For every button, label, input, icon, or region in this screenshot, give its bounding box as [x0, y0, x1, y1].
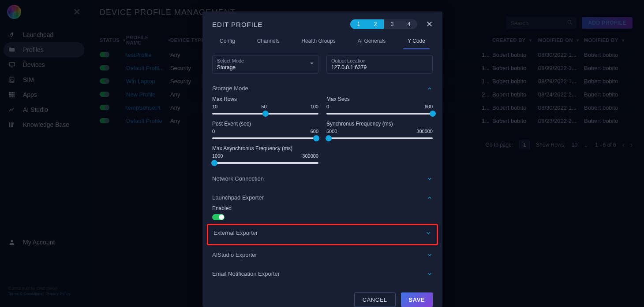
sidebar-item-knowledgebase[interactable]: Knowledge Base	[0, 117, 88, 132]
column-status[interactable]: STATUS	[100, 35, 126, 45]
tab-config[interactable]: Config	[215, 35, 240, 49]
enabled-label: Enabled	[212, 205, 433, 211]
step-4[interactable]: 4	[401, 19, 417, 29]
slider-async-freq[interactable]: Max Asynchronus Frequency (ms) 100030000…	[212, 145, 318, 167]
goto-page-input[interactable]	[519, 141, 530, 149]
row-modified-on: 08/24/2022 2...	[538, 91, 584, 98]
column-created-by[interactable]: CREATED BY	[492, 35, 538, 45]
row-modified-by: Bobert bobito	[584, 91, 633, 98]
step-2[interactable]: 2	[367, 19, 384, 29]
slider-max-secs[interactable]: Max Secs 0600	[326, 96, 433, 118]
cancel-button[interactable]: CANCEL	[354, 292, 396, 307]
svg-rect-5	[11, 92, 13, 93]
sidebar-collapse-button[interactable]: ✕	[73, 7, 81, 17]
svg-point-16	[568, 20, 571, 23]
sidebar-item-account[interactable]: My Account	[8, 238, 80, 246]
row-modified-by: Bobert bobito	[584, 118, 633, 124]
section-network-connection-header[interactable]: Network Connection	[212, 171, 433, 186]
modal-close-button[interactable]: ✕	[426, 19, 433, 29]
column-profile-name[interactable]: PROFILE NAME	[126, 35, 170, 45]
tab-ai-generals[interactable]: AI Generals	[353, 35, 390, 49]
chevron-down-icon	[425, 230, 431, 236]
tab-health-groups[interactable]: Health Groups	[297, 35, 340, 49]
step-3[interactable]: 3	[384, 19, 401, 29]
step-1[interactable]: 1	[350, 19, 367, 29]
sidebar-item-aistudio[interactable]: AI Studio	[0, 102, 88, 117]
sidebar-item-profiles[interactable]: Profiles	[4, 42, 84, 57]
tab-channels[interactable]: Channels	[253, 35, 284, 49]
search-wrap	[506, 17, 577, 29]
monitor-icon	[8, 61, 16, 69]
copyright-text: © 2022 Built for ONE (Beta)	[8, 286, 80, 291]
row-status-toggle[interactable]	[100, 118, 109, 123]
section-external-exporter-header[interactable]: External Exporter	[213, 225, 431, 240]
chevron-down-icon	[427, 271, 433, 277]
search-input[interactable]	[506, 17, 577, 29]
library-icon	[8, 121, 16, 129]
row-profile-name[interactable]: testProfile	[126, 52, 170, 58]
folder-icon	[8, 46, 16, 54]
modal-tabs: Config Channels Health Groups AI General…	[202, 33, 442, 50]
row-profile-name[interactable]: tempSensePi	[126, 104, 170, 111]
row-status-toggle[interactable]	[100, 92, 109, 97]
rocket-icon	[8, 31, 16, 39]
sidebar-item-apps[interactable]: Apps	[0, 87, 88, 102]
sidebar-item-devices[interactable]: Devices	[0, 57, 88, 72]
row-modified-by: Bobert bobito	[584, 104, 633, 111]
output-location-label: Output Location	[331, 58, 428, 63]
nav-label: AI Studio	[23, 106, 48, 113]
add-profile-button[interactable]: ADD PROFILE	[582, 17, 633, 29]
privacy-link[interactable]: Privacy Policy	[45, 292, 70, 296]
row-profile-name[interactable]: New Profile	[126, 91, 170, 98]
launchpad-enabled-toggle[interactable]	[212, 214, 225, 220]
section-storage-mode-header[interactable]: Storage Mode	[212, 81, 433, 96]
page-next-button[interactable]: ›	[630, 141, 633, 148]
output-location-field[interactable]: Output Location 127.0.0.1:6379	[326, 55, 433, 74]
sim-icon	[8, 76, 16, 84]
column-modified-on[interactable]: MODIFIED ON	[538, 35, 584, 45]
modal-header: EDIT PROFILE 1 2 3 4 ✕	[202, 11, 442, 33]
row-modified-on: 08/23/2022 2...	[538, 118, 584, 124]
svg-rect-1	[9, 63, 15, 66]
section-aistudio-exporter: AIStudio Exporter	[212, 247, 433, 263]
sidebar: ✕ Launchpad Profiles Devices SIM Apps	[0, 0, 88, 307]
select-mode-field[interactable]: Select Mode Storage	[212, 55, 318, 74]
row-status-toggle[interactable]	[100, 105, 109, 110]
row-profile-name[interactable]: Default Profil...	[126, 65, 170, 71]
section-network-connection: Network Connection	[212, 171, 433, 186]
row-created-by: Bobert bobito	[492, 118, 538, 124]
user-icon	[8, 238, 16, 246]
modal-footer: CANCEL SAVE	[202, 285, 442, 307]
row-status-toggle[interactable]	[100, 78, 109, 84]
row-modified-on: 08/29/2022 1...	[538, 65, 584, 71]
row-status-toggle[interactable]	[100, 65, 109, 70]
page-prev-button[interactable]: ‹	[622, 141, 625, 148]
show-rows-value[interactable]: 10	[572, 142, 577, 148]
tab-y-code[interactable]: Y Code	[403, 35, 430, 49]
svg-rect-8	[11, 94, 13, 96]
sidebar-item-sim[interactable]: SIM	[0, 72, 88, 87]
svg-rect-4	[9, 92, 11, 93]
row-created-by: Bobert bobito	[492, 91, 538, 98]
row-modified-on: 08/30/2022 1...	[538, 104, 584, 111]
row-profile-name[interactable]: Win Laptop	[126, 78, 170, 85]
section-launchpad-exporter-header[interactable]: Launchpad Exporter	[212, 190, 433, 205]
top-controls: ADD PROFILE	[506, 17, 633, 29]
nav-label: Devices	[23, 61, 45, 68]
logo-row: ✕	[0, 0, 88, 24]
slider-post-event[interactable]: Post Event (sec) 0600	[212, 121, 318, 143]
row-status-toggle[interactable]	[100, 52, 109, 57]
modal-body: Select Mode Storage Output Location 127.…	[202, 50, 442, 285]
app-root: ✕ Launchpad Profiles Devices SIM Apps	[0, 0, 644, 307]
save-button[interactable]: SAVE	[401, 292, 433, 307]
section-aistudio-exporter-header[interactable]: AIStudio Exporter	[212, 247, 433, 263]
terms-link[interactable]: Terms & Conditions	[8, 292, 42, 296]
section-email-exporter-header[interactable]: Email Notification Exporter	[212, 266, 433, 281]
row-profile-name[interactable]: Default Profile	[126, 118, 170, 124]
svg-rect-12	[13, 96, 15, 97]
show-rows-caret-icon[interactable]: ⌄	[584, 141, 589, 148]
sidebar-item-launchpad[interactable]: Launchpad	[0, 27, 88, 42]
column-modified-by[interactable]: MODIFIED BY	[584, 35, 633, 45]
slider-sync-freq[interactable]: Synchronus Frequency (ms) 5000300000	[326, 121, 433, 143]
slider-max-rows[interactable]: Max Rows 1050100	[212, 96, 318, 118]
